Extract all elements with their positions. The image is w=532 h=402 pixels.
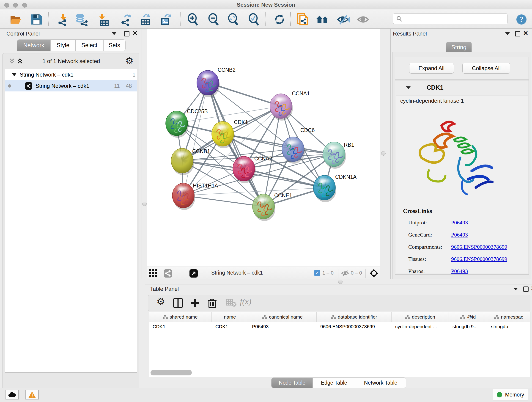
results-panel-menu-icon[interactable] [505, 32, 510, 35]
column-header-name[interactable]: name [212, 312, 248, 322]
control-panel-close-icon[interactable]: ✕ [133, 31, 138, 36]
import-network-icon[interactable] [57, 13, 70, 26]
save-session-icon[interactable] [30, 13, 43, 26]
tab-sets[interactable]: Sets [103, 39, 126, 51]
zoom-in-icon[interactable] [186, 13, 199, 26]
hide-selected-icon[interactable] [337, 13, 350, 26]
network-collection-row[interactable]: String Network – cdk1 1 [5, 69, 137, 80]
clone-network-icon[interactable] [297, 13, 309, 26]
control-panel-menu-icon[interactable] [112, 32, 116, 35]
create-column-icon[interactable] [190, 298, 200, 308]
crosslink-link[interactable]: P06493 [451, 268, 468, 274]
tab-string[interactable]: String [446, 42, 472, 52]
show-columns-icon[interactable] [173, 298, 183, 308]
import-network-from-database-icon[interactable] [75, 13, 88, 26]
crosslink-link[interactable]: P06493 [451, 220, 468, 226]
network-options-gear-icon[interactable]: ⚙ [125, 56, 133, 65]
network-node-ccnb2[interactable]: CCNB2 [197, 67, 235, 97]
node-details-header[interactable]: CDK1 [395, 80, 529, 96]
results-panel-close-icon[interactable]: ✕ [523, 31, 528, 36]
right-splitter[interactable] [380, 29, 391, 279]
results-panel-float-icon[interactable] [515, 31, 520, 36]
table-cell[interactable]: CDK1 [149, 322, 212, 332]
network-node-rb1[interactable]: RB1 [323, 142, 354, 169]
table-cell[interactable]: stringdb:9... [449, 322, 487, 332]
table-options-gear-icon[interactable]: ⚙ [157, 296, 165, 307]
collection-collapse-icon[interactable] [12, 73, 17, 76]
zoom-selected-icon[interactable] [247, 13, 260, 26]
crosslink-link[interactable]: 9606.ENSP00000378699 [451, 244, 507, 250]
zoom-out-icon[interactable] [207, 13, 220, 26]
cloud-button[interactable] [6, 390, 19, 400]
network-edge[interactable] [183, 83, 208, 196]
column-header-description[interactable]: description [392, 312, 449, 322]
table-data-row[interactable]: CDK1CDK1P064939606.ENSP00000378699cyclin… [149, 322, 530, 332]
crosslink-link[interactable]: 9606.ENSP00000378699 [451, 256, 507, 262]
tab-edge-table[interactable]: Edge Table [312, 377, 355, 388]
left-splitter-handle[interactable] [142, 202, 147, 206]
column-header-database-identifier[interactable]: database identifier [317, 312, 392, 322]
table-panel-menu-icon[interactable] [513, 288, 518, 290]
table-horizontal-scrollbar[interactable] [151, 370, 192, 375]
birds-eye-view-icon[interactable] [370, 269, 378, 278]
help-icon[interactable]: ? [515, 13, 528, 26]
table-panel-float-icon[interactable] [523, 287, 529, 292]
table-cell[interactable]: 9606.ENSP00000378699 [317, 322, 392, 332]
search-box[interactable] [393, 13, 507, 24]
table-panel-close-icon[interactable]: ✕ [531, 286, 532, 291]
memory-button[interactable]: Memory [493, 389, 528, 400]
zoom-fit-icon[interactable] [227, 13, 240, 26]
bottom-splitter[interactable] [142, 279, 532, 284]
table-panel: Table Panel ✕ ⚙ f(x) shared namenamecano… [145, 284, 532, 388]
tab-network[interactable]: Network [17, 39, 51, 51]
refresh-icon[interactable] [273, 13, 286, 26]
open-session-icon[interactable] [10, 13, 22, 26]
collapse-all-button[interactable]: Collapse All [462, 63, 510, 74]
tab-node-table[interactable]: Node Table [271, 377, 313, 388]
column-header-shared-name[interactable]: shared name [149, 312, 212, 322]
column-header-canonical-name[interactable]: canonical name [248, 312, 317, 322]
section-collapse-icon[interactable] [406, 86, 411, 89]
network-row-selected[interactable]: String Network – cdk1 11 48 [5, 80, 137, 91]
tab-select[interactable]: Select [75, 39, 103, 51]
network-node-ccna2[interactable]: CCNA2 [233, 156, 272, 183]
search-input[interactable] [404, 16, 507, 22]
crosslink-link[interactable]: P06493 [451, 232, 468, 238]
export-image-icon[interactable] [159, 13, 172, 26]
first-neighbors-icon[interactable] [316, 13, 329, 26]
expand-all-networks-icon[interactable] [17, 57, 23, 65]
column-header-namespac[interactable]: namespac [487, 312, 530, 322]
export-network-icon[interactable] [120, 13, 133, 26]
network-view[interactable]: CCNB2CCNA1CDC25BCDK1CDC6RB1CCNB1CCNA2CDK… [147, 29, 380, 279]
export-table-icon[interactable] [139, 13, 152, 26]
bottom-splitter-handle[interactable] [338, 280, 342, 284]
tab-network-table[interactable]: Network Table [355, 377, 406, 388]
collapse-all-networks-icon[interactable] [9, 57, 15, 65]
delete-column-icon[interactable] [207, 298, 217, 309]
network-graph[interactable]: CCNB2CCNA1CDC25BCDK1CDC6RB1CCNB1CCNA2CDK… [147, 29, 380, 267]
grid-view-icon[interactable] [149, 269, 161, 277]
warnings-button[interactable] [25, 390, 39, 400]
open-in-new-window-icon[interactable] [190, 269, 198, 278]
network-icon-small[interactable] [164, 269, 172, 278]
selected-checkbox-icon[interactable]: ✓ [314, 270, 320, 276]
network-edge[interactable] [183, 196, 264, 206]
import-table-icon[interactable] [97, 13, 110, 26]
table-cell[interactable]: P06493 [248, 322, 317, 332]
network-node-cdkn1a[interactable]: CDKN1A [313, 174, 357, 202]
network-node-ccna1[interactable]: CCNA1 [270, 90, 310, 121]
network-node-hist1h1a[interactable]: HIST1H1A [172, 183, 218, 210]
node-table[interactable]: shared namenamecanonical namedatabase id… [149, 312, 530, 377]
expand-all-button[interactable]: Expand All [409, 63, 454, 74]
column-header--id[interactable]: @id [449, 312, 487, 322]
table-cell[interactable]: CDK1 [212, 322, 248, 332]
right-splitter-handle[interactable] [381, 151, 386, 156]
control-panel-float-icon[interactable] [124, 31, 129, 36]
network-edge[interactable] [244, 169, 324, 188]
left-splitter[interactable] [142, 29, 147, 279]
table-cell[interactable]: stringdb [487, 322, 530, 332]
tab-style[interactable]: Style [51, 39, 75, 51]
network-node-ccne1[interactable]: CCNE1 [253, 192, 292, 221]
show-all-icon[interactable] [357, 13, 370, 26]
table-cell[interactable]: cyclin-dependent ... [392, 322, 449, 332]
